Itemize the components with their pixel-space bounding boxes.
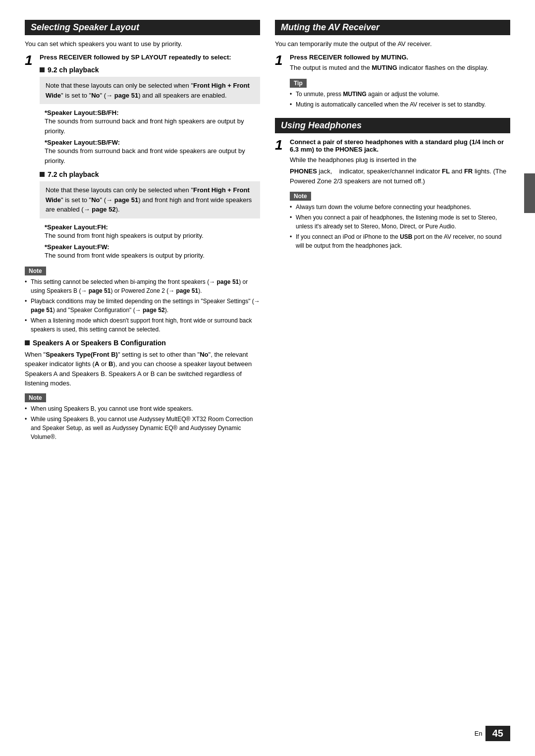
headphones-step-1-content: Connect a pair of stereo headphones with… [290,138,510,188]
muting-step-1-content: Press RECEIVER followed by MUTING. The o… [290,54,510,75]
muting-section: Muting the AV Receiver You can temporari… [275,20,510,109]
note-2-bullet-1: When using Speakers B, you cannot use fr… [25,404,260,413]
speakers-ab-title: Speakers A or Speakers B Configuration [25,339,260,347]
fw-body: The sound from front wide speakers is ou… [45,251,260,261]
sb-fh-item: *Speaker Layout:SB/FH: The sounds from s… [45,109,260,136]
headphones-note-content: Always turn down the volume before conne… [290,203,510,250]
page-en-label: En [475,730,482,737]
step-1-left: 1 Press RECEIVER followed by SP LAYOUT r… [25,54,260,263]
sb-fh-body: The sounds from surround back and front … [45,116,260,136]
7ch-graybox: Note that these layouts can only be sele… [40,181,260,218]
left-column: Selecting Speaker Layout You can set whi… [25,20,260,726]
muting-step-1-number: 1 [275,54,286,75]
note-1: Note This setting cannot be selected whe… [25,267,260,334]
page-number-area: En 45 [475,726,510,741]
9ch-bullet [40,67,45,72]
headphones-note-bullet-1: Always turn down the volume before conne… [290,203,510,212]
selecting-speaker-layout-title: Selecting Speaker Layout [25,20,260,35]
tip-bullet-2: Muting is automatically cancelled when t… [290,100,510,109]
step-1-content: Press RECEIVER followed by SP LAYOUT rep… [40,54,260,263]
headphones-step-1-body1: While the headphones plug is inserted in… [290,155,510,165]
speakers-ab-body: When "Speakers Type(Front B)" setting is… [25,350,260,388]
speakers-ab-section: Speakers A or Speakers B Configuration W… [25,339,260,388]
9ch-title: 9.2 ch playback [40,66,260,74]
note-1-bullet-1: This setting cannot be selected when bi-… [25,277,260,295]
headphones-step-1-number: 1 [275,138,286,188]
headphones-note-bullet-3: If you connect an iPod or iPhone to the … [290,232,510,250]
fw-title: *Speaker Layout:FW: [45,243,109,251]
headphones-step-1-heading: Connect a pair of stereo headphones with… [290,138,510,153]
muting-step-1-body: The output is muted and the MUTING indic… [290,63,510,73]
7ch-bullet [40,172,45,177]
tip-content: To unmute, press MUTING again or adjust … [290,90,510,109]
fw-item: *Speaker Layout:FW: The sound from front… [45,243,260,261]
sb-fh-title: *Speaker Layout:SB/FH: [45,109,119,116]
muting-step-1-heading: Press RECEIVER followed by MUTING. [290,54,510,61]
fh-item: *Speaker Layout:FH: The sound from front… [45,223,260,241]
note-1-bullet-3: When a listening mode which doesn't supp… [25,316,260,334]
tip-label: Tip [290,79,307,88]
headphones-step-1-body2: PHONES jack, indicator, speaker/channel … [290,166,510,186]
muting-tip: Tip To unmute, press MUTING again or adj… [290,79,510,109]
sb-fw-body: The sounds from surround back and front … [45,146,260,165]
9ch-graybox: Note that these layouts can only be sele… [40,77,260,104]
fh-body: The sound from front high speakers is ou… [45,231,260,241]
headphones-note-label: Note [290,192,311,201]
page-number: 45 [485,726,510,741]
speakers-ab-bullet [25,340,30,345]
note-2-bullet-2: While using Speakers B, you cannot use A… [25,415,260,441]
headphones-note-bullet-2: When you connect a pair of headphones, t… [290,213,510,231]
right-tab-decoration [524,173,535,213]
selecting-speaker-layout-intro: You can set which speakers you want to u… [25,40,260,48]
tip-bullet-1: To unmute, press MUTING again or adjust … [290,90,510,99]
headphones-title: Using Headphones [275,118,510,133]
headphones-step-1: 1 Connect a pair of stereo headphones wi… [275,138,510,188]
note-2-label: Note [25,393,46,402]
selecting-speaker-layout-section: Selecting Speaker Layout You can set whi… [25,20,260,441]
headphones-note: Note Always turn down the volume before … [290,192,510,250]
note-1-label: Note [25,267,46,275]
note-2-content: When using Speakers B, you cannot use fr… [25,404,260,441]
fh-title: *Speaker Layout:FH: [45,223,108,231]
right-column: Muting the AV Receiver You can temporari… [275,20,510,726]
note-2: Note When using Speakers B, you cannot u… [25,393,260,441]
muting-step-1: 1 Press RECEIVER followed by MUTING. The… [275,54,510,75]
step-1-number: 1 [25,54,36,263]
muting-intro: You can temporarily mute the output of t… [275,40,510,48]
note-1-content: This setting cannot be selected when bi-… [25,277,260,334]
7ch-title: 7.2 ch playback [40,170,260,178]
sb-fw-title: *Speaker Layout:SB/FW: [45,139,120,146]
sb-fw-item: *Speaker Layout:SB/FW: The sounds from s… [45,139,260,165]
step-1-heading: Press RECEIVER followed by SP LAYOUT rep… [40,54,260,61]
note-1-bullet-2: Playback conditions may be limited depen… [25,297,260,315]
muting-title: Muting the AV Receiver [275,20,510,35]
headphones-section: Using Headphones 1 Connect a pair of ste… [275,118,510,251]
